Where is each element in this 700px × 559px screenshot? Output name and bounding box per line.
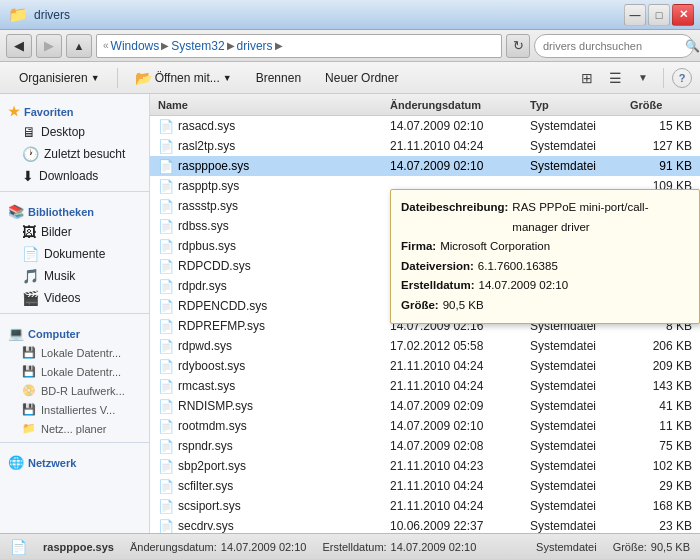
sidebar-item-music[interactable]: 🎵 Musik <box>0 265 149 287</box>
view-list-icon[interactable]: ☰ <box>603 67 627 89</box>
sidebar-section-favorites[interactable]: ★ Favoriten <box>0 100 149 121</box>
view-details-icon[interactable]: ⊞ <box>575 67 599 89</box>
file-icon: 📄 <box>158 139 174 154</box>
sidebar-section-network[interactable]: 🌐 Netzwerk <box>0 447 149 472</box>
table-row[interactable]: 📄RNDISMP.sys14.07.2009 02:09Systemdatei4… <box>150 396 700 416</box>
sidebar-section-computer[interactable]: 💻 Computer <box>0 318 149 343</box>
forward-button[interactable]: ▶ <box>36 34 62 58</box>
chevron-down-icon: ▼ <box>91 73 100 83</box>
back-button[interactable]: ◀ <box>6 34 32 58</box>
table-row[interactable]: 📄rdpwd.sys17.02.2012 05:58Systemdatei206… <box>150 336 700 356</box>
sidebar-divider-2 <box>0 313 149 314</box>
sidebar-item-videos[interactable]: 🎬 Videos <box>0 287 149 309</box>
file-icon: 📄 <box>158 419 174 434</box>
table-row[interactable]: 📄rasl2tp.sys21.11.2010 04:24Systemdatei1… <box>150 136 700 156</box>
table-row[interactable]: 📄scsiport.sys21.11.2010 04:24Systemdatei… <box>150 496 700 516</box>
tooltip-desc-label: Dateibeschreibung: <box>401 198 508 237</box>
file-size-cell: 143 KB <box>626 379 696 393</box>
search-box[interactable]: 🔍 <box>534 34 694 58</box>
sidebar-item-drive-4[interactable]: 💾 Installiertes V... <box>0 400 149 419</box>
table-row[interactable]: 📄rootmdm.sys14.07.2009 02:10Systemdatei1… <box>150 416 700 436</box>
search-input[interactable] <box>543 40 681 52</box>
table-row[interactable]: 📄raspppoe.sys14.07.2009 02:10Systemdatei… <box>150 156 700 176</box>
drive-icon-1: 💾 <box>22 346 36 359</box>
toolbar-separator-2 <box>663 68 664 88</box>
sidebar-item-drive-5[interactable]: 📁 Netz... planer <box>0 419 149 438</box>
sidebar-section-libraries[interactable]: 📚 Bibliotheken <box>0 196 149 221</box>
file-icon: 📄 <box>158 159 174 174</box>
file-type-cell: Systemdatei <box>526 119 626 133</box>
file-size-cell: 206 KB <box>626 339 696 353</box>
help-button[interactable]: ? <box>672 68 692 88</box>
col-header-size[interactable]: Größe <box>626 99 696 111</box>
sidebar-item-documents[interactable]: 📄 Dokumente <box>0 243 149 265</box>
file-name-cell: 📄rasl2tp.sys <box>154 139 386 154</box>
status-size: Größe: 90,5 KB <box>613 541 690 553</box>
file-name-cell: 📄rasacd.sys <box>154 119 386 134</box>
tooltip-date-label: Erstelldatum: <box>401 276 475 296</box>
file-size-cell: 127 KB <box>626 139 696 153</box>
table-row[interactable]: 📄secdrv.sys10.06.2009 22:37Systemdatei23… <box>150 516 700 533</box>
table-row[interactable]: 📄scfilter.sys21.11.2010 04:24Systemdatei… <box>150 476 700 496</box>
file-name-cell: 📄rassstp.sys <box>154 199 386 214</box>
file-modified-cell: 21.11.2010 04:23 <box>386 459 526 473</box>
search-icon: 🔍 <box>685 39 700 53</box>
file-size-cell: 41 KB <box>626 399 696 413</box>
file-icon: 📄 <box>158 379 174 394</box>
refresh-button[interactable]: ↻ <box>506 34 530 58</box>
table-row[interactable]: 📄sbp2port.sys21.11.2010 04:23Systemdatei… <box>150 456 700 476</box>
file-icon: 📄 <box>158 459 174 474</box>
tooltip-size-value: 90,5 KB <box>443 296 484 316</box>
sidebar-item-drive-1[interactable]: 💾 Lokale Datentr... <box>0 343 149 362</box>
file-name-cell: 📄rspndr.sys <box>154 439 386 454</box>
open-with-button[interactable]: 📂 Öffnen mit... ▼ <box>124 65 243 91</box>
file-list[interactable]: 📄rasacd.sys14.07.2009 02:10Systemdatei15… <box>150 116 700 533</box>
file-size-cell: 102 KB <box>626 459 696 473</box>
new-folder-button[interactable]: Neuer Ordner <box>314 65 409 91</box>
col-header-name[interactable]: Name <box>154 99 386 111</box>
drive-icon-5: 📁 <box>22 422 36 435</box>
close-button[interactable]: ✕ <box>672 4 694 26</box>
path-segment-drivers[interactable]: drivers <box>237 39 273 53</box>
file-modified-cell: 14.07.2009 02:08 <box>386 439 526 453</box>
table-row[interactable]: 📄rasacd.sys14.07.2009 02:10Systemdatei15… <box>150 116 700 136</box>
status-file-icon: 📄 <box>10 539 27 555</box>
table-row[interactable]: 📄rmcast.sys21.11.2010 04:24Systemdatei14… <box>150 376 700 396</box>
status-filename: raspppoe.sys <box>43 541 114 553</box>
folder-open-icon: 📂 <box>135 70 152 86</box>
col-header-type[interactable]: Typ <box>526 99 626 111</box>
sidebar-item-recent[interactable]: 🕐 Zuletzt besucht <box>0 143 149 165</box>
maximize-button[interactable]: □ <box>648 4 670 26</box>
sidebar-item-pictures[interactable]: 🖼 Bilder <box>0 221 149 243</box>
table-row[interactable]: 📄rdyboost.sys21.11.2010 04:24Systemdatei… <box>150 356 700 376</box>
file-modified-cell: 21.11.2010 04:24 <box>386 479 526 493</box>
burn-button[interactable]: Brennen <box>245 65 312 91</box>
file-icon: 📄 <box>158 359 174 374</box>
view-toggle-dropdown[interactable]: ▼ <box>631 67 655 89</box>
file-icon: 📄 <box>158 499 174 514</box>
file-name-cell: 📄secdrv.sys <box>154 519 386 534</box>
minimize-button[interactable]: — <box>624 4 646 26</box>
status-bar: 📄 raspppoe.sys Änderungsdatum: 14.07.200… <box>0 533 700 559</box>
address-path[interactable]: « Windows ▶ System32 ▶ drivers ▶ <box>96 34 502 58</box>
file-name-cell: 📄rootmdm.sys <box>154 419 386 434</box>
sidebar-item-drive-3[interactable]: 📀 BD-R Laufwerk... <box>0 381 149 400</box>
file-name-cell: 📄rdpbus.sys <box>154 239 386 254</box>
file-size-cell: 75 KB <box>626 439 696 453</box>
sidebar-item-downloads[interactable]: ⬇ Downloads <box>0 165 149 187</box>
sidebar-item-drive-2[interactable]: 💾 Lokale Datentr... <box>0 362 149 381</box>
sidebar-item-desktop[interactable]: 🖥 Desktop <box>0 121 149 143</box>
column-headers: Name Änderungsdatum Typ Größe <box>150 94 700 116</box>
path-segment-windows[interactable]: Windows <box>111 39 160 53</box>
drive-icon-4: 💾 <box>22 403 36 416</box>
organize-button[interactable]: Organisieren ▼ <box>8 65 111 91</box>
file-icon: 📄 <box>158 199 174 214</box>
file-modified-cell: 21.11.2010 04:24 <box>386 359 526 373</box>
file-name-cell: 📄rdyboost.sys <box>154 359 386 374</box>
status-type: Systemdatei <box>536 541 597 553</box>
path-segment-system32[interactable]: System32 <box>171 39 224 53</box>
col-header-modified[interactable]: Änderungsdatum <box>386 99 526 111</box>
up-button[interactable]: ▲ <box>66 34 92 58</box>
file-size-cell: 91 KB <box>626 159 696 173</box>
table-row[interactable]: 📄rspndr.sys14.07.2009 02:08Systemdatei75… <box>150 436 700 456</box>
